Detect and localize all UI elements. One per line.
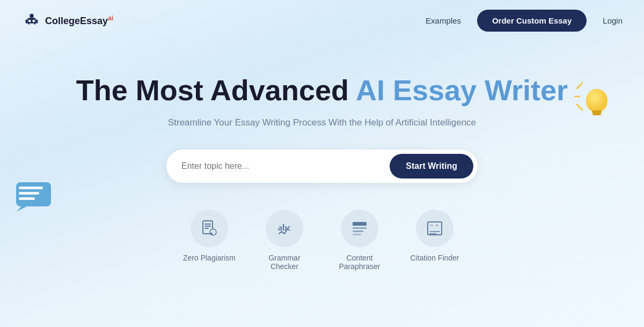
- features-row: Zero Plagiarism abc Grammar Checker: [180, 210, 464, 271]
- zero-plagiarism-label: Zero Plagiarism: [183, 254, 236, 262]
- feature-citation-finder[interactable]: " " Citation Finder: [405, 210, 464, 262]
- main-nav: Examples Order Custom Essay Login: [426, 10, 623, 32]
- content-paraphraser-icon: [351, 220, 368, 237]
- content-paraphraser-icon-circle: [341, 210, 378, 247]
- grammar-checker-label: Grammar Checker: [255, 254, 314, 271]
- feature-zero-plagiarism[interactable]: Zero Plagiarism: [180, 210, 239, 262]
- content-paraphraser-label: Content Paraphraser: [330, 254, 389, 271]
- login-link[interactable]: Login: [603, 16, 623, 25]
- zero-plagiarism-icon: [201, 220, 218, 237]
- hero-title: The Most Advanced AI Essay Writer: [76, 73, 568, 107]
- citation-finder-icon: " ": [426, 220, 443, 237]
- order-custom-essay-button[interactable]: Order Custom Essay: [477, 10, 587, 32]
- svg-point-4: [28, 19, 31, 22]
- grammar-checker-icon-circle: abc: [266, 210, 303, 247]
- svg-point-5: [32, 19, 35, 22]
- nav-examples[interactable]: Examples: [426, 16, 461, 25]
- svg-text:abc: abc: [278, 223, 291, 232]
- topic-search-bar: Start Writing: [166, 150, 478, 183]
- svg-rect-2: [26, 19, 28, 24]
- svg-rect-6: [29, 23, 34, 24]
- svg-rect-30: [353, 231, 363, 232]
- start-writing-button[interactable]: Start Writing: [390, 154, 473, 179]
- svg-rect-29: [353, 227, 367, 229]
- hero-subtitle: Streamline Your Essay Writing Process Wi…: [168, 117, 476, 128]
- svg-rect-28: [353, 222, 367, 226]
- feature-grammar-checker[interactable]: abc Grammar Checker: [255, 210, 314, 271]
- grammar-checker-icon: abc: [276, 220, 293, 237]
- logo-robot-icon: [21, 11, 42, 31]
- zero-plagiarism-icon-circle: [191, 210, 228, 247]
- citation-finder-icon-circle: " ": [416, 210, 453, 247]
- citation-finder-label: Citation Finder: [410, 254, 459, 262]
- svg-rect-3: [36, 19, 38, 24]
- topic-input[interactable]: [181, 161, 390, 171]
- feature-content-paraphraser[interactable]: Content Paraphraser: [330, 210, 389, 271]
- svg-text:"  ": " ": [430, 223, 438, 231]
- svg-rect-31: [353, 234, 361, 235]
- logo-brand-text: CollegeEssayai: [45, 14, 113, 27]
- hero-section: The Most Advanced AI Essay Writer Stream…: [0, 41, 644, 292]
- logo[interactable]: CollegeEssayai: [21, 11, 113, 31]
- svg-line-26: [211, 233, 212, 234]
